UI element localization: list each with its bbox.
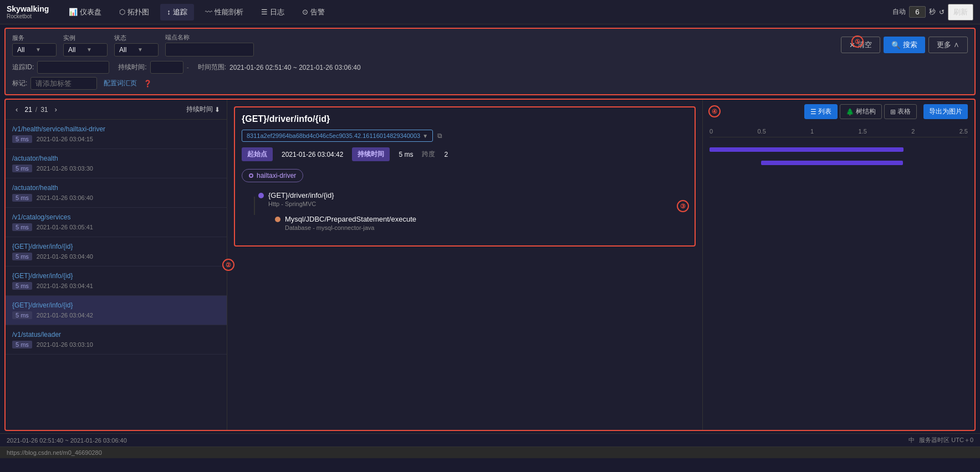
trace-item[interactable]: {GET}/driver/info/{id} 5 ms 2021-01-26 0… xyxy=(6,266,227,296)
more-button[interactable]: 更多 ∧ xyxy=(928,37,968,53)
instance-chevron-icon: ▼ xyxy=(86,47,103,53)
export-button[interactable]: 导出为图片 xyxy=(923,104,968,119)
trace-timestamp: 2021-01-26 03:05:41 xyxy=(37,224,93,230)
trace-meta: 5 ms 2021-01-26 03:04:42 xyxy=(12,311,220,319)
trace-item[interactable]: {GET}/driver/info/{id} 5 ms 2021-01-26 0… xyxy=(6,237,227,266)
config-link[interactable]: 配置词汇页 xyxy=(104,79,137,88)
table-icon: ⊞ xyxy=(890,108,896,116)
span-info-1: {GET}/driver/info/{id} Http - SpringMVC xyxy=(268,191,334,207)
tag-input[interactable] xyxy=(30,77,97,90)
scale-1: 1 xyxy=(810,128,814,135)
trace-id-select[interactable]: 8311a2ef29964ba68bd4c046c5ec9035.42.1611… xyxy=(242,130,433,142)
status-filter-group: 状态 All ▼ xyxy=(114,34,159,57)
annotation-4-container: ④ xyxy=(708,105,721,117)
timeline-bar-1 xyxy=(710,147,904,152)
service-node-label: hailtaxi-driver xyxy=(257,172,296,179)
circle-1-label: ① xyxy=(851,35,864,48)
trace-item-active[interactable]: {GET}/driver/info/{id} 5 ms 2021-01-26 0… xyxy=(6,296,227,325)
duration-dash: - xyxy=(187,64,189,71)
annotation-2-container: ② xyxy=(222,259,234,271)
search-button[interactable]: 🔍 搜索 xyxy=(884,37,925,53)
trace-duration-badge: 5 ms xyxy=(12,341,32,348)
right-panel: ④ ☰ 列表 🌲 树结构 ⊞ 表格 导出为图片 0 0.5 1 1.5 xyxy=(703,100,974,430)
timeline-bar-2 xyxy=(761,161,903,165)
span-info-2: Mysql/JDBC/PreparedStatement/execute Dat… xyxy=(285,215,416,231)
prev-page-button[interactable]: ‹ xyxy=(12,104,21,115)
trace-id-value: 8311a2ef29964ba68bd4c046c5ec9035.42.1611… xyxy=(247,132,420,139)
timeline-scale: 0 0.5 1 1.5 2 2.5 xyxy=(710,128,968,137)
filter-row-3: 标记: 配置词汇页 ❓ xyxy=(12,77,968,90)
trace-duration-badge: 5 ms xyxy=(12,253,32,260)
annotation-3: ③ xyxy=(677,200,689,212)
scale-25: 2.5 xyxy=(959,128,968,135)
trace-url: {GET}/driver/info/{id} xyxy=(12,272,220,280)
bottom-status-bar: 2021-01-26 02:51:40 ~ 2021-01-26 03:06:4… xyxy=(0,433,980,447)
copy-icon[interactable]: ⧉ xyxy=(437,132,442,140)
trace-id-label: 追踪ID: xyxy=(12,63,34,72)
nav-topology[interactable]: ⬡ 拓扑图 xyxy=(113,4,156,20)
nav-log-label: 日志 xyxy=(270,7,284,17)
tag-field: 标记: xyxy=(12,77,97,90)
instance-filter-group: 实例 All ▼ xyxy=(63,34,108,57)
trace-meta: 5 ms 2021-01-26 03:03:30 xyxy=(12,165,220,172)
nav-trace[interactable]: ↕ 追踪 xyxy=(160,4,194,20)
list-view-button[interactable]: ☰ 列表 xyxy=(804,104,838,119)
trace-meta: 5 ms 2021-01-26 03:03:10 xyxy=(12,341,220,348)
trace-item[interactable]: /v1/health/service/hailtaxi-driver 5 ms … xyxy=(6,120,227,149)
instance-select[interactable]: All ▼ xyxy=(63,43,108,57)
trace-timestamp: 2021-01-26 03:04:40 xyxy=(37,253,93,260)
search-icon: 🔍 xyxy=(891,41,901,49)
tree-view-label: 树结构 xyxy=(856,107,876,116)
endpoint-input[interactable] xyxy=(165,43,254,57)
trace-duration-badge: 5 ms xyxy=(12,311,32,319)
service-value: All xyxy=(17,46,33,54)
trace-detail-box: {GET}/driver/info/{id} 8311a2ef29964ba68… xyxy=(234,106,696,247)
next-page-button[interactable]: › xyxy=(52,104,60,115)
left-panel: ‹ 21 / 31 › 持续时间 ⬇ /v1/health/service/ha… xyxy=(6,100,227,430)
nav-dashboard[interactable]: 📊 仪表盘 xyxy=(62,4,108,20)
nav-alert-label: 告警 xyxy=(310,7,325,17)
trace-id-input[interactable] xyxy=(37,61,109,74)
trace-item[interactable]: /actuator/health 5 ms 2021-01-26 03:06:4… xyxy=(6,178,227,208)
refresh-icon: ↺ xyxy=(939,8,945,16)
scale-05: 0.5 xyxy=(757,128,765,135)
sort-button[interactable]: 持续时间 ⬇ xyxy=(186,105,220,114)
trace-item[interactable]: /v1/status/leader 5 ms 2021-01-26 03:03:… xyxy=(6,325,227,355)
time-range-value: 2021-01-26 02:51:40 ~ 2021-01-26 03:06:4… xyxy=(229,64,361,71)
browser-url-bar: https://blog.csdn.net/m0_46690280 xyxy=(0,447,980,458)
tree-view-button[interactable]: 🌲 树结构 xyxy=(840,104,882,119)
nav-log[interactable]: ☰ 日志 xyxy=(254,4,291,20)
service-node: hailtaxi-driver xyxy=(242,169,303,182)
trace-item[interactable]: /actuator/health 5 ms 2021-01-26 03:03:3… xyxy=(6,149,227,178)
scale-15: 1.5 xyxy=(859,128,867,135)
service-label: 服务 xyxy=(12,34,57,42)
nav-alert[interactable]: ⊙ 告警 xyxy=(295,4,331,20)
trace-duration-badge: 5 ms xyxy=(12,223,32,231)
log-icon: ☰ xyxy=(261,8,268,16)
status-select[interactable]: All ▼ xyxy=(114,43,159,57)
endpoint-filter-group: 端点名称 xyxy=(165,33,254,57)
trace-item[interactable]: /v1/catalog/services 5 ms 2021-01-26 03:… xyxy=(6,208,227,237)
alert-icon: ⊙ xyxy=(302,8,308,16)
trace-meta: 5 ms 2021-01-26 03:05:41 xyxy=(12,223,220,231)
instance-label: 实例 xyxy=(63,34,108,42)
page-separator: / xyxy=(35,106,37,114)
help-icon: ❓ xyxy=(144,80,152,88)
service-select[interactable]: All ▼ xyxy=(12,43,57,57)
trace-timestamp: 2021-01-26 03:04:42 xyxy=(37,312,93,319)
duration-min-input[interactable] xyxy=(150,61,183,74)
sort-label: 持续时间 xyxy=(186,105,213,114)
trace-meta: 5 ms 2021-01-26 03:04:41 xyxy=(12,282,220,290)
table-view-label: 表格 xyxy=(897,107,911,116)
trace-icon: ↕ xyxy=(167,8,171,16)
refresh-button[interactable]: 刷新 xyxy=(948,4,973,20)
logo: Skywalking Rocketbot xyxy=(7,4,49,19)
top-navigation: Skywalking Rocketbot 📊 仪表盘 ⬡ 拓扑图 ↕ 追踪 〰 … xyxy=(0,0,980,24)
nav-trace-label: 追踪 xyxy=(173,7,187,17)
nav-performance[interactable]: 〰 性能剖析 xyxy=(198,4,250,20)
trace-detail-title: {GET}/driver/info/{id} xyxy=(242,114,688,124)
trace-url: {GET}/driver/info/{id} xyxy=(12,243,220,250)
auto-interval-input[interactable] xyxy=(909,6,926,18)
annotation-1: ① xyxy=(851,35,864,48)
table-view-button[interactable]: ⊞ 表格 xyxy=(884,104,917,119)
